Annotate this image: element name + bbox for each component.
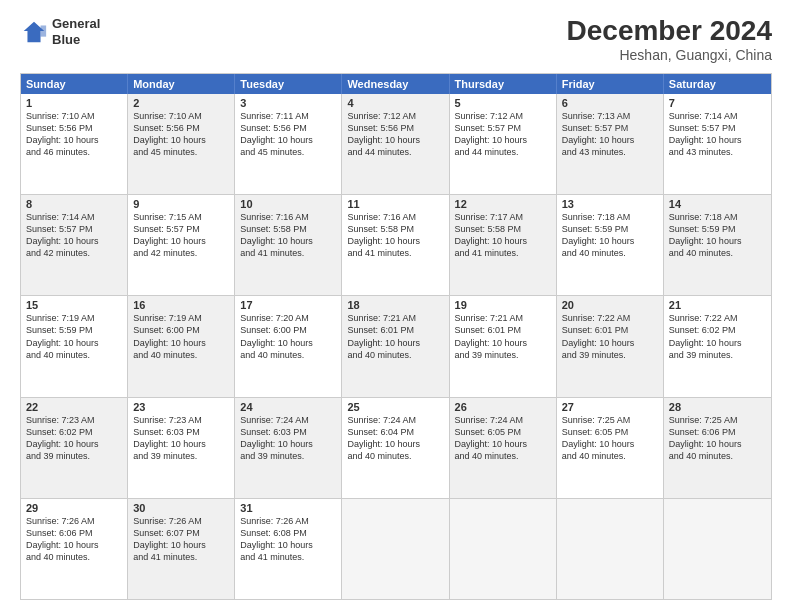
cal-cell-6: 6Sunrise: 7:13 AMSunset: 5:57 PMDaylight… (557, 94, 664, 194)
cell-info: Sunrise: 7:12 AMSunset: 5:57 PMDaylight:… (455, 110, 551, 159)
day-number: 13 (562, 198, 658, 210)
cell-info: Sunrise: 7:23 AMSunset: 6:03 PMDaylight:… (133, 414, 229, 463)
header-day-wednesday: Wednesday (342, 74, 449, 94)
month-title: December 2024 (567, 16, 772, 47)
logo-line1: General (52, 16, 100, 32)
cal-cell-empty (557, 499, 664, 599)
cell-info: Sunrise: 7:26 AMSunset: 6:08 PMDaylight:… (240, 515, 336, 564)
cal-cell-28: 28Sunrise: 7:25 AMSunset: 6:06 PMDayligh… (664, 398, 771, 498)
cal-cell-8: 8Sunrise: 7:14 AMSunset: 5:57 PMDaylight… (21, 195, 128, 295)
cell-info: Sunrise: 7:22 AMSunset: 6:02 PMDaylight:… (669, 312, 766, 361)
day-number: 19 (455, 299, 551, 311)
day-number: 5 (455, 97, 551, 109)
title-block: December 2024 Heshan, Guangxi, China (567, 16, 772, 63)
cal-cell-empty (450, 499, 557, 599)
cal-cell-15: 15Sunrise: 7:19 AMSunset: 5:59 PMDayligh… (21, 296, 128, 396)
day-number: 31 (240, 502, 336, 514)
cal-cell-22: 22Sunrise: 7:23 AMSunset: 6:02 PMDayligh… (21, 398, 128, 498)
logo-icon (20, 18, 48, 46)
day-number: 17 (240, 299, 336, 311)
cal-cell-19: 19Sunrise: 7:21 AMSunset: 6:01 PMDayligh… (450, 296, 557, 396)
svg-marker-1 (41, 25, 47, 36)
cal-cell-29: 29Sunrise: 7:26 AMSunset: 6:06 PMDayligh… (21, 499, 128, 599)
cell-info: Sunrise: 7:22 AMSunset: 6:01 PMDaylight:… (562, 312, 658, 361)
header: General Blue December 2024 Heshan, Guang… (20, 16, 772, 63)
day-number: 12 (455, 198, 551, 210)
cell-info: Sunrise: 7:18 AMSunset: 5:59 PMDaylight:… (562, 211, 658, 260)
cell-info: Sunrise: 7:19 AMSunset: 5:59 PMDaylight:… (26, 312, 122, 361)
day-number: 6 (562, 97, 658, 109)
day-number: 16 (133, 299, 229, 311)
day-number: 7 (669, 97, 766, 109)
cell-info: Sunrise: 7:14 AMSunset: 5:57 PMDaylight:… (669, 110, 766, 159)
calendar-row-0: 1Sunrise: 7:10 AMSunset: 5:56 PMDaylight… (21, 94, 771, 194)
cal-cell-23: 23Sunrise: 7:23 AMSunset: 6:03 PMDayligh… (128, 398, 235, 498)
cell-info: Sunrise: 7:13 AMSunset: 5:57 PMDaylight:… (562, 110, 658, 159)
cell-info: Sunrise: 7:26 AMSunset: 6:06 PMDaylight:… (26, 515, 122, 564)
cell-info: Sunrise: 7:25 AMSunset: 6:05 PMDaylight:… (562, 414, 658, 463)
day-number: 1 (26, 97, 122, 109)
day-number: 29 (26, 502, 122, 514)
cal-cell-9: 9Sunrise: 7:15 AMSunset: 5:57 PMDaylight… (128, 195, 235, 295)
cell-info: Sunrise: 7:24 AMSunset: 6:04 PMDaylight:… (347, 414, 443, 463)
cell-info: Sunrise: 7:23 AMSunset: 6:02 PMDaylight:… (26, 414, 122, 463)
cal-cell-2: 2Sunrise: 7:10 AMSunset: 5:56 PMDaylight… (128, 94, 235, 194)
day-number: 21 (669, 299, 766, 311)
cell-info: Sunrise: 7:18 AMSunset: 5:59 PMDaylight:… (669, 211, 766, 260)
cal-cell-5: 5Sunrise: 7:12 AMSunset: 5:57 PMDaylight… (450, 94, 557, 194)
cell-info: Sunrise: 7:10 AMSunset: 5:56 PMDaylight:… (26, 110, 122, 159)
calendar-row-3: 22Sunrise: 7:23 AMSunset: 6:02 PMDayligh… (21, 397, 771, 498)
day-number: 10 (240, 198, 336, 210)
cal-cell-7: 7Sunrise: 7:14 AMSunset: 5:57 PMDaylight… (664, 94, 771, 194)
day-number: 25 (347, 401, 443, 413)
cal-cell-1: 1Sunrise: 7:10 AMSunset: 5:56 PMDaylight… (21, 94, 128, 194)
cal-cell-21: 21Sunrise: 7:22 AMSunset: 6:02 PMDayligh… (664, 296, 771, 396)
cal-cell-empty (664, 499, 771, 599)
day-number: 18 (347, 299, 443, 311)
cal-cell-25: 25Sunrise: 7:24 AMSunset: 6:04 PMDayligh… (342, 398, 449, 498)
cal-cell-24: 24Sunrise: 7:24 AMSunset: 6:03 PMDayligh… (235, 398, 342, 498)
day-number: 8 (26, 198, 122, 210)
cal-cell-20: 20Sunrise: 7:22 AMSunset: 6:01 PMDayligh… (557, 296, 664, 396)
logo-line2: Blue (52, 32, 100, 48)
cell-info: Sunrise: 7:19 AMSunset: 6:00 PMDaylight:… (133, 312, 229, 361)
day-number: 2 (133, 97, 229, 109)
cell-info: Sunrise: 7:24 AMSunset: 6:05 PMDaylight:… (455, 414, 551, 463)
cal-cell-17: 17Sunrise: 7:20 AMSunset: 6:00 PMDayligh… (235, 296, 342, 396)
cal-cell-31: 31Sunrise: 7:26 AMSunset: 6:08 PMDayligh… (235, 499, 342, 599)
cell-info: Sunrise: 7:10 AMSunset: 5:56 PMDaylight:… (133, 110, 229, 159)
cell-info: Sunrise: 7:24 AMSunset: 6:03 PMDaylight:… (240, 414, 336, 463)
day-number: 27 (562, 401, 658, 413)
day-number: 3 (240, 97, 336, 109)
cell-info: Sunrise: 7:17 AMSunset: 5:58 PMDaylight:… (455, 211, 551, 260)
cell-info: Sunrise: 7:14 AMSunset: 5:57 PMDaylight:… (26, 211, 122, 260)
day-number: 14 (669, 198, 766, 210)
day-number: 15 (26, 299, 122, 311)
cal-cell-27: 27Sunrise: 7:25 AMSunset: 6:05 PMDayligh… (557, 398, 664, 498)
cell-info: Sunrise: 7:21 AMSunset: 6:01 PMDaylight:… (455, 312, 551, 361)
calendar-body: 1Sunrise: 7:10 AMSunset: 5:56 PMDaylight… (21, 94, 771, 599)
cal-cell-4: 4Sunrise: 7:12 AMSunset: 5:56 PMDaylight… (342, 94, 449, 194)
cell-info: Sunrise: 7:11 AMSunset: 5:56 PMDaylight:… (240, 110, 336, 159)
day-number: 4 (347, 97, 443, 109)
cell-info: Sunrise: 7:21 AMSunset: 6:01 PMDaylight:… (347, 312, 443, 361)
calendar-row-1: 8Sunrise: 7:14 AMSunset: 5:57 PMDaylight… (21, 194, 771, 295)
cal-cell-12: 12Sunrise: 7:17 AMSunset: 5:58 PMDayligh… (450, 195, 557, 295)
cal-cell-3: 3Sunrise: 7:11 AMSunset: 5:56 PMDaylight… (235, 94, 342, 194)
cell-info: Sunrise: 7:16 AMSunset: 5:58 PMDaylight:… (240, 211, 336, 260)
cal-cell-16: 16Sunrise: 7:19 AMSunset: 6:00 PMDayligh… (128, 296, 235, 396)
cell-info: Sunrise: 7:15 AMSunset: 5:57 PMDaylight:… (133, 211, 229, 260)
location-title: Heshan, Guangxi, China (567, 47, 772, 63)
day-number: 30 (133, 502, 229, 514)
day-number: 28 (669, 401, 766, 413)
day-number: 11 (347, 198, 443, 210)
day-number: 26 (455, 401, 551, 413)
calendar-row-2: 15Sunrise: 7:19 AMSunset: 5:59 PMDayligh… (21, 295, 771, 396)
cal-cell-18: 18Sunrise: 7:21 AMSunset: 6:01 PMDayligh… (342, 296, 449, 396)
cal-cell-11: 11Sunrise: 7:16 AMSunset: 5:58 PMDayligh… (342, 195, 449, 295)
header-day-saturday: Saturday (664, 74, 771, 94)
day-number: 9 (133, 198, 229, 210)
cal-cell-14: 14Sunrise: 7:18 AMSunset: 5:59 PMDayligh… (664, 195, 771, 295)
cal-cell-26: 26Sunrise: 7:24 AMSunset: 6:05 PMDayligh… (450, 398, 557, 498)
cal-cell-13: 13Sunrise: 7:18 AMSunset: 5:59 PMDayligh… (557, 195, 664, 295)
